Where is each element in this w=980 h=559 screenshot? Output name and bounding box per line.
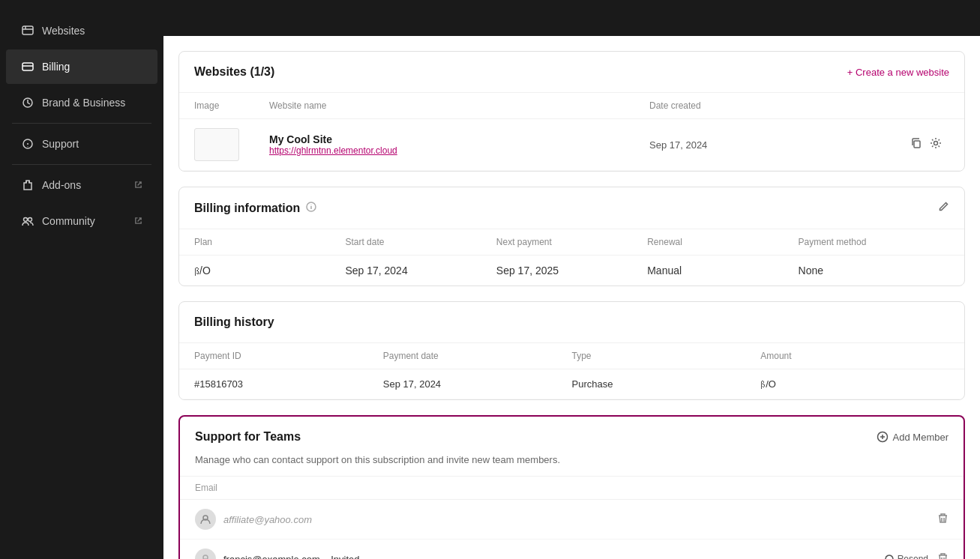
billing-icon [21,60,34,73]
billing-info-card: Billing information Plan Start [178,187,965,286]
member-avatar-1 [195,509,216,530]
billing-history-row: #15816703 Sep 17, 2024 Purchase ꞵ/O [179,369,964,399]
websites-col-actions [799,100,949,111]
billing-info-row: ꞵ/O Sep 17, 2024 Sep 17, 2025 Manual Non… [179,256,964,285]
billing-payment-value: None [799,265,949,277]
history-type-value: Purchase [572,378,761,390]
addons-icon [21,178,34,192]
billing-col-next: Next payment [496,237,647,247]
addons-external-icon [134,181,142,190]
history-amount-value: ꞵ/O [760,378,949,390]
svg-point-4 [24,218,28,222]
site-thumbnail [194,128,269,161]
site-info: My Cool Site https://ghlrmtnn.elementor.… [269,133,649,156]
site-row-actions [799,137,942,152]
billing-plan-value: ꞵ/O [194,265,345,277]
svg-rect-0 [22,26,33,34]
history-id-value: #15816703 [194,378,383,390]
community-external-icon [134,217,142,226]
site-url[interactable]: https://ghlrmtnn.elementor.cloud [269,145,649,156]
member-email-2: francis@example.com – Invited [223,554,877,560]
billing-start-value: Sep 17, 2024 [345,265,496,277]
history-date-value: Sep 17, 2024 [383,378,572,390]
website-row: My Cool Site https://ghlrmtnn.elementor.… [179,119,964,171]
billing-col-payment: Payment method [799,237,949,247]
history-col-amount: Amount [760,351,949,361]
sidebar-item-addons-label: Add-ons [42,179,81,191]
sidebar-item-websites[interactable]: Websites [6,13,157,48]
main-content: Websites (1/3) + Create a new website Im… [163,0,980,559]
add-member-label: Add Member [893,432,949,443]
websites-table-header: Image Website name Date created [179,93,964,119]
websites-card: Websites (1/3) + Create a new website Im… [178,51,965,172]
sidebar-item-brand-label: Brand & Business [42,97,125,109]
websites-card-title: Websites (1/3) [194,65,274,79]
billing-history-card: Billing history Payment ID Payment date … [178,301,965,400]
support-email-label: Email [195,483,217,493]
billing-next-value: Sep 17, 2025 [496,265,647,277]
top-bar [163,0,980,36]
billing-col-renewal: Renewal [647,237,798,247]
billing-col-start: Start date [345,237,496,247]
billing-info-icon [306,202,316,214]
sidebar-item-support-label: Support [42,138,79,150]
community-icon [21,214,34,228]
support-icon [21,137,34,151]
svg-point-7 [934,142,938,145]
resend-button[interactable]: Resend [885,554,928,559]
history-col-type: Type [572,351,761,361]
create-new-website-link[interactable]: + Create a new website [847,67,949,78]
billing-col-plan: Plan [194,237,345,247]
resend-label: Resend [898,554,928,559]
sidebar-item-addons[interactable]: Add-ons [6,168,157,202]
billing-history-columns: Payment ID Payment date Type Amount [179,343,964,369]
sidebar-item-billing[interactable]: Billing [6,49,157,84]
billing-edit-icon[interactable] [938,201,949,215]
billing-history-header: Billing history [179,302,964,343]
site-name: My Cool Site [269,133,649,145]
history-col-date: Payment date [383,351,572,361]
settings-site-icon[interactable] [930,137,942,152]
sidebar-divider-2 [12,164,151,165]
sidebar-item-websites-label: Websites [42,25,85,37]
billing-info-columns: Plan Start date Next payment Renewal Pay… [179,229,964,256]
add-member-button[interactable]: Add Member [877,431,949,443]
history-col-id: Payment ID [194,351,383,361]
sidebar-item-community-label: Community [42,215,95,227]
websites-col-image: Image [194,100,269,111]
copy-site-icon[interactable] [910,137,922,152]
brand-icon [21,96,34,109]
sidebar-item-support[interactable]: Support [6,127,157,161]
websites-col-date: Date created [649,100,799,111]
sidebar: Websites Billing Brand & Business [0,0,163,559]
svg-rect-6 [914,141,920,148]
sidebar-divider-1 [12,123,151,124]
member-avatar-2 [195,549,216,559]
support-card-title: Support for Teams [195,430,301,444]
billing-history-title: Billing history [194,315,274,329]
site-date: Sep 17, 2024 [649,139,799,151]
support-description: Manage who can contact support on this s… [180,454,964,476]
member-row-2: francis@example.com – Invited Resend [180,540,964,559]
member-row-1: affiliate@yahoo.com [180,500,964,540]
member-email-1: affiliate@yahoo.com [223,514,930,525]
member-2-actions: Resend [885,552,949,559]
svg-point-5 [28,218,32,222]
svg-rect-1 [22,63,33,70]
support-email-header: Email [180,476,964,500]
billing-info-header: Billing information [179,187,964,229]
websites-card-header: Websites (1/3) + Create a new website [179,52,964,93]
billing-renewal-value: Manual [647,265,798,277]
delete-member-2-icon[interactable] [937,552,949,559]
billing-info-title: Billing information [194,202,300,215]
sidebar-item-billing-label: Billing [42,61,70,73]
websites-icon [21,24,34,37]
sidebar-item-community[interactable]: Community [6,204,157,238]
websites-col-name: Website name [269,100,649,111]
member-1-actions [937,513,949,526]
sidebar-item-brand-business[interactable]: Brand & Business [6,85,157,120]
content-area: Websites (1/3) + Create a new website Im… [163,36,980,559]
support-for-teams-card: Support for Teams Add Member Manage who … [178,415,965,559]
delete-member-1-icon[interactable] [937,513,949,526]
support-card-header: Support for Teams Add Member [180,417,964,454]
